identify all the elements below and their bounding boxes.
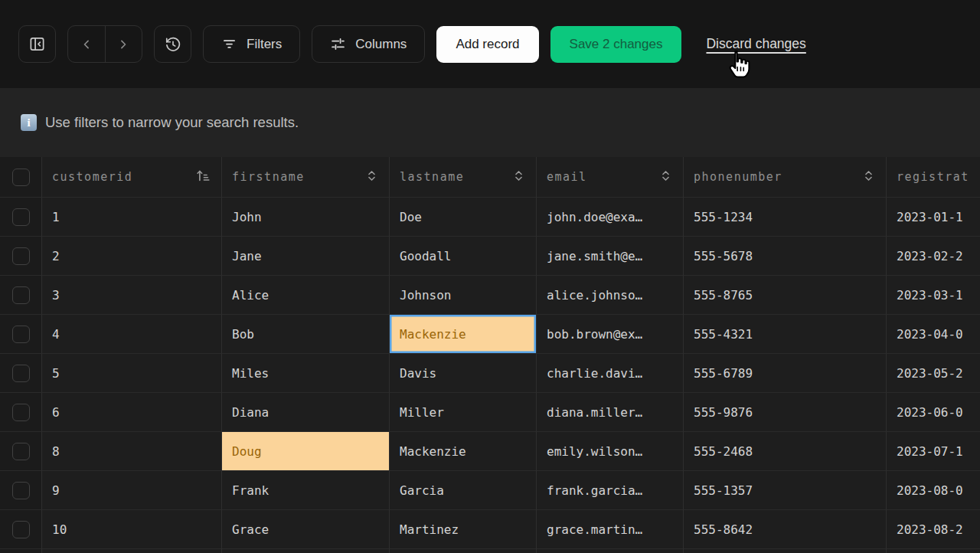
- column-header-lastname[interactable]: lastname: [390, 157, 537, 198]
- columns-button[interactable]: Columns: [312, 25, 425, 63]
- cell-phonenumber[interactable]: 555-6789: [684, 354, 887, 393]
- cell-phonenumber[interactable]: 555-2468: [684, 432, 887, 471]
- row-6-checkbox[interactable]: [12, 404, 30, 421]
- cell-email[interactable]: charlie.davi…: [537, 354, 684, 393]
- row-8-checkbox-cell: [0, 432, 42, 471]
- column-header-registrat[interactable]: registrat: [887, 157, 980, 198]
- forward-button[interactable]: [106, 26, 142, 62]
- cell-phonenumber[interactable]: 555-5678: [684, 237, 887, 276]
- cell-email[interactable]: jane.smith@e…: [537, 237, 684, 276]
- cell-email[interactable]: alice.johnso…: [537, 276, 684, 315]
- column-header-customerid[interactable]: customerid: [42, 157, 222, 198]
- column-header-email[interactable]: email: [537, 157, 684, 198]
- cell-customerid[interactable]: 8: [42, 432, 222, 471]
- cell-lastname[interactable]: Davis: [390, 354, 537, 393]
- cell-firstname[interactable]: John: [222, 198, 390, 237]
- save-changes-button[interactable]: Save 2 changes: [550, 26, 682, 63]
- cell-email[interactable]: grace.martin…: [537, 510, 684, 549]
- cell-firstname[interactable]: Frank: [222, 471, 390, 510]
- row-9-checkbox[interactable]: [12, 482, 30, 499]
- cell-firstname[interactable]: Miles: [222, 354, 390, 393]
- cell-lastname[interactable]: Doe: [390, 198, 537, 237]
- cell-customerid[interactable]: 9: [42, 471, 222, 510]
- cell-registrat[interactable]: 2023-07-1: [887, 432, 980, 471]
- table-row: 10GraceMartinezgrace.martin…555-86422023…: [0, 510, 980, 549]
- add-record-button[interactable]: Add record: [436, 26, 538, 63]
- cell-registrat[interactable]: 2023-01-1: [887, 198, 980, 237]
- panel-left-collapse-icon: [28, 35, 46, 53]
- filter-icon: [221, 36, 237, 52]
- cell-customerid[interactable]: 6: [42, 393, 222, 432]
- cell-phonenumber[interactable]: 555-8642: [684, 510, 887, 549]
- cell-registrat[interactable]: 2023-05-2: [887, 354, 980, 393]
- query-history-button[interactable]: [154, 25, 191, 63]
- chevron-left-icon: [79, 37, 94, 52]
- row-9-checkbox-cell: [0, 471, 42, 510]
- cell-lastname[interactable]: Mackenzie: [390, 432, 537, 471]
- cell-lastname[interactable]: Goodall: [390, 237, 537, 276]
- cell-firstname[interactable]: Jane: [222, 237, 390, 276]
- cell-registrat[interactable]: 2023-08-0: [887, 471, 980, 510]
- cell-lastname[interactable]: Martinez: [390, 510, 537, 549]
- row-10-checkbox-cell: [0, 510, 42, 549]
- sliders-icon: [330, 36, 346, 52]
- cell-lastname[interactable]: Johnson: [390, 276, 537, 315]
- cell-customerid[interactable]: 1: [42, 198, 222, 237]
- row-8-checkbox[interactable]: [12, 443, 30, 460]
- cell-phonenumber[interactable]: 555-8765: [684, 276, 887, 315]
- cell-email[interactable]: john.doe@exa…: [537, 198, 684, 237]
- cell-email[interactable]: frank.garcia…: [537, 471, 684, 510]
- cell-registrat[interactable]: 2023-04-0: [887, 315, 980, 354]
- information-icon: i: [21, 114, 37, 131]
- collapse-sidebar-button[interactable]: [18, 25, 56, 63]
- cell-firstname[interactable]: Alice: [222, 276, 390, 315]
- discard-changes-link[interactable]: Discard changes: [706, 36, 805, 52]
- row-2-checkbox-cell: [0, 237, 42, 276]
- cell-registrat[interactable]: 2023-02-2: [887, 237, 980, 276]
- cell-lastname-edited-selected[interactable]: Mackenzie: [390, 315, 537, 354]
- header-checkbox[interactable]: [12, 169, 30, 186]
- chevron-right-icon: [116, 37, 131, 52]
- cell-firstname[interactable]: Diana: [222, 393, 390, 432]
- column-header-phonenumber[interactable]: phonenumber: [684, 157, 887, 198]
- cell-customerid[interactable]: 4: [42, 315, 222, 354]
- table-row: 8DougMackenzieemily.wilson…555-24682023-…: [0, 432, 980, 471]
- cell-phonenumber[interactable]: 555-1357: [684, 471, 887, 510]
- filters-button[interactable]: Filters: [203, 25, 300, 63]
- column-header-firstname[interactable]: firstname: [222, 157, 390, 198]
- cell-email[interactable]: emily.wilson…: [537, 432, 684, 471]
- cell-registrat[interactable]: 2023-03-1: [887, 276, 980, 315]
- cell-firstname[interactable]: Bob: [222, 315, 390, 354]
- cell-email[interactable]: diana.miller…: [537, 393, 684, 432]
- row-5-checkbox[interactable]: [12, 365, 30, 382]
- cell-firstname[interactable]: Grace: [222, 510, 390, 549]
- row-10-checkbox[interactable]: [12, 521, 30, 538]
- cell-email[interactable]: bob.brown@ex…: [537, 315, 684, 354]
- cell-customerid[interactable]: 5: [42, 354, 222, 393]
- cell-lastname[interactable]: Garcia: [390, 471, 537, 510]
- column-header-label: registrat: [897, 170, 969, 184]
- partial-checkbox-cell: [0, 549, 42, 553]
- row-2-checkbox[interactable]: [12, 247, 30, 265]
- cell-lastname[interactable]: Miller: [390, 393, 537, 432]
- cell-registrat[interactable]: 2023-08-2: [887, 510, 980, 549]
- cell-customerid[interactable]: 3: [42, 276, 222, 315]
- cell-firstname-edited[interactable]: Doug: [222, 432, 390, 471]
- cell-empty: [42, 549, 222, 553]
- sort-toggle-icon: [511, 169, 526, 186]
- row-1-checkbox[interactable]: [12, 208, 30, 226]
- toolbar: Filters Columns Add record Save 2 change…: [0, 0, 980, 88]
- back-button[interactable]: [68, 26, 106, 62]
- cell-empty: [222, 549, 390, 553]
- table-row: 6DianaMillerdiana.miller…555-98762023-06…: [0, 393, 980, 432]
- cell-customerid[interactable]: 10: [42, 510, 222, 549]
- cell-registrat[interactable]: 2023-06-0: [887, 393, 980, 432]
- row-4-checkbox[interactable]: [12, 326, 30, 343]
- cell-phonenumber[interactable]: 555-4321: [684, 315, 887, 354]
- cell-customerid[interactable]: 2: [42, 237, 222, 276]
- cell-phonenumber[interactable]: 555-9876: [684, 393, 887, 432]
- sort-toggle-icon: [658, 169, 673, 186]
- row-3-checkbox[interactable]: [12, 286, 30, 304]
- cell-phonenumber[interactable]: 555-1234: [684, 198, 887, 237]
- table-row-partial: [0, 549, 980, 553]
